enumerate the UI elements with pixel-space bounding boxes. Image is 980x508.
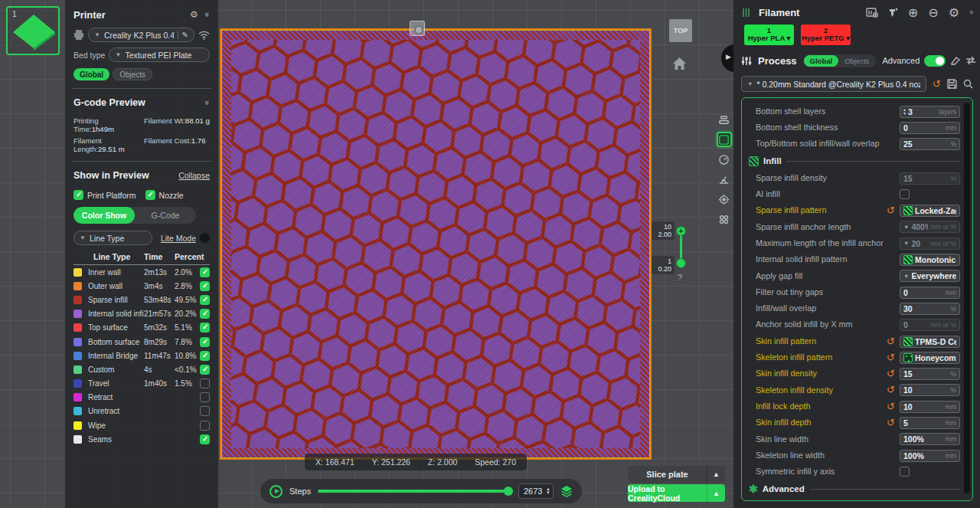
filament-collapse-icon[interactable]: » <box>967 10 975 14</box>
edit-pencil-icon[interactable]: ✎ <box>178 31 188 39</box>
param-input[interactable]: ▴▾3layers <box>900 106 960 118</box>
param-select[interactable]: ▼400%mm or % <box>900 221 960 233</box>
param-pattern[interactable]: Monotonic <box>900 254 960 266</box>
view-cube-top[interactable]: TOP <box>669 19 692 42</box>
param-pattern[interactable]: Honeycomb <box>900 352 960 364</box>
checkbox[interactable] <box>145 190 155 200</box>
param-input[interactable]: 25% <box>900 138 960 150</box>
param-input[interactable]: 10mm <box>900 401 960 413</box>
printer-collapse-icon[interactable]: » <box>203 12 212 17</box>
gcode-button[interactable]: G-Code <box>135 207 196 224</box>
param-input[interactable]: 0mm <box>900 122 960 134</box>
printer-model-dropdown[interactable]: ▼ Creality K2 Plus 0.4 nozzle ✎ <box>88 28 194 42</box>
process-tab-objects[interactable]: Objects <box>838 55 875 67</box>
visibility-checkbox[interactable] <box>200 351 210 361</box>
visibility-checkbox[interactable] <box>200 267 210 277</box>
command-icon[interactable] <box>717 211 732 227</box>
slice-plate-button[interactable]: Slice plate ▲ <box>628 466 725 483</box>
process-profile-dropdown[interactable]: ▼ * 0.20mm Standard @Creality K2 Plus 0.… <box>741 76 926 92</box>
speed-gauge-icon[interactable] <box>717 152 732 167</box>
steps-slider[interactable] <box>318 490 511 493</box>
target-icon[interactable] <box>717 192 732 207</box>
filament-settings-gear-icon[interactable]: ⚙ <box>949 5 959 20</box>
add-filament-icon[interactable]: ⊕ <box>908 5 918 20</box>
play-icon[interactable] <box>270 485 283 498</box>
param-input[interactable]: 10% <box>900 384 960 396</box>
steps-slider-knob[interactable] <box>504 487 513 496</box>
advanced-toggle[interactable] <box>924 55 946 67</box>
extruder-icon[interactable] <box>888 7 898 18</box>
param-pattern[interactable]: Locked-Zag <box>900 205 960 217</box>
collapse-link[interactable]: Collapse <box>178 171 210 180</box>
param-input[interactable]: 15% <box>900 368 960 380</box>
layer-slider-help[interactable]: ? <box>678 273 682 282</box>
visibility-checkbox[interactable] <box>200 406 210 416</box>
scrollbar[interactable] <box>964 103 970 493</box>
stepper-icons[interactable]: ▲▼ <box>546 487 550 495</box>
save-profile-icon[interactable] <box>947 79 957 89</box>
profile-reset-icon[interactable]: ↺ <box>933 80 941 89</box>
param-select[interactable]: ▼20mm or % <box>900 238 960 250</box>
reset-icon[interactable]: ↺ <box>887 353 895 362</box>
reset-icon[interactable]: ↺ <box>887 206 895 215</box>
search-icon[interactable] <box>963 79 973 89</box>
ams-icon[interactable] <box>866 8 878 18</box>
param-checkbox[interactable] <box>900 467 910 477</box>
sliced-object-top-view[interactable] <box>220 28 652 460</box>
object-origin-marker[interactable] <box>410 21 425 36</box>
visibility-checkbox[interactable] <box>200 309 210 319</box>
compare-icon[interactable] <box>965 56 976 65</box>
wipe-tower-icon[interactable] <box>950 56 961 65</box>
param-select[interactable]: ▼Everywhere <box>900 270 960 282</box>
color-show-button[interactable]: Color Show <box>74 207 135 224</box>
layer-slider-bottom-handle[interactable] <box>676 258 686 268</box>
reset-icon[interactable]: ↺ <box>887 418 895 428</box>
param-checkbox[interactable] <box>900 189 910 199</box>
tab-global[interactable]: Global <box>74 68 109 80</box>
bed-type-dropdown[interactable]: ▼ Textured PEI Plate <box>109 48 210 62</box>
param-input[interactable]: 5mm <box>900 417 960 429</box>
visibility-checkbox[interactable] <box>200 434 210 444</box>
filament-chip[interactable]: 1Hyper PLA ▾ <box>744 25 794 45</box>
layers-icon[interactable] <box>560 485 573 497</box>
slice-options-chevron-icon[interactable]: ▲ <box>707 466 725 483</box>
plate-thumbnail[interactable]: 1 <box>6 6 60 55</box>
reset-icon[interactable]: ↺ <box>887 385 895 395</box>
gcode-collapse-icon[interactable]: » <box>203 100 212 105</box>
lite-mode-toggle[interactable] <box>200 233 210 243</box>
home-view-icon[interactable] <box>672 57 687 70</box>
reset-icon[interactable]: ↺ <box>887 402 895 411</box>
visibility-checkbox[interactable] <box>200 365 210 375</box>
filament-chip[interactable]: 2Hyper PETG ▾ <box>801 25 851 45</box>
remove-filament-icon[interactable]: ⊖ <box>928 5 938 20</box>
reset-icon[interactable]: ↺ <box>887 337 895 346</box>
param-input[interactable]: 100%mm <box>900 433 960 445</box>
param-input[interactable]: 100%mm <box>900 450 960 462</box>
param-input[interactable]: 0mm <box>900 287 960 299</box>
visibility-checkbox[interactable] <box>200 323 210 333</box>
param-input[interactable]: 0mm or % <box>900 319 960 331</box>
stepper-icons[interactable]: ▴▾ <box>903 108 906 116</box>
param-input[interactable]: 30% <box>900 303 960 315</box>
upload-options-chevron-icon[interactable]: ▲ <box>707 484 725 502</box>
visibility-checkbox[interactable] <box>200 421 210 431</box>
line-type-icon[interactable] <box>717 132 732 147</box>
param-input[interactable]: 15% <box>900 172 960 185</box>
visibility-checkbox[interactable] <box>200 337 210 347</box>
layer-slider-top-handle[interactable]: + <box>676 226 686 236</box>
wifi-icon[interactable] <box>198 31 210 40</box>
visibility-checkbox[interactable] <box>200 281 210 291</box>
process-tab-global[interactable]: Global <box>804 55 839 67</box>
visibility-checkbox[interactable] <box>200 379 210 388</box>
line-type-dropdown[interactable]: ▼ Line Type <box>74 231 152 245</box>
checkbox[interactable] <box>74 190 83 200</box>
tab-objects[interactable]: Objects <box>113 68 152 80</box>
printer-settings-gear-icon[interactable]: ⚙ <box>190 9 198 20</box>
reset-icon[interactable]: ↺ <box>887 369 895 379</box>
visibility-checkbox[interactable] <box>200 392 210 402</box>
platform-icon[interactable] <box>717 112 732 127</box>
upload-creality-cloud-button[interactable]: Upload to CrealityCloud ▲ <box>628 484 725 502</box>
radar-icon[interactable] <box>717 172 732 187</box>
steps-value-input[interactable]: 2673 ▲▼ <box>518 483 554 499</box>
param-pattern[interactable]: TPMS-D Cell <box>900 336 960 348</box>
